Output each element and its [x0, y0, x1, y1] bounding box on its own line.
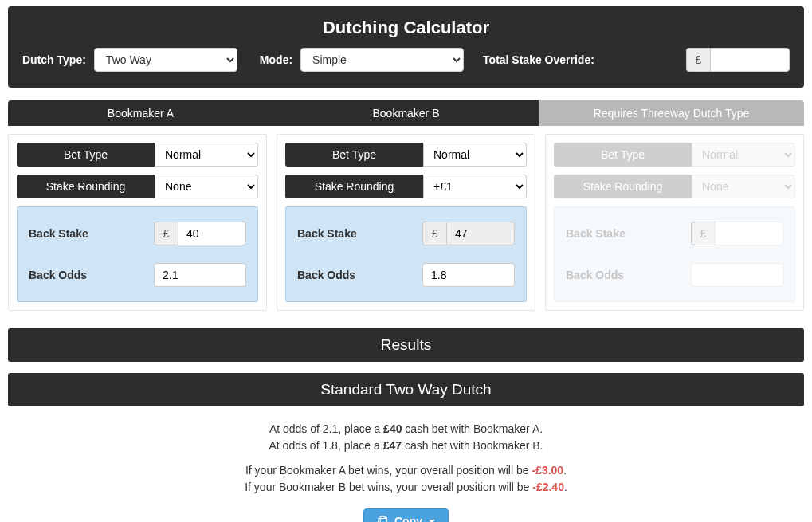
- summary-line: cash bet with Bookmaker B.: [402, 439, 543, 452]
- back-odds-label: Back Odds: [29, 269, 154, 281]
- currency-addon: £: [686, 48, 710, 72]
- back-stake-input-b[interactable]: [446, 222, 515, 245]
- currency-addon: £: [422, 222, 446, 245]
- bookmaker-c-column: Bet Type Normal Stake Rounding None Back…: [545, 134, 804, 311]
- summary-line: At odds of 2.1, place a: [269, 422, 383, 435]
- tab-bookmaker-a[interactable]: Bookmaker A: [8, 100, 273, 126]
- bookmaker-a-column: Bet Type Normal Stake Rounding None Back…: [8, 134, 267, 311]
- back-odds-label: Back Odds: [566, 269, 691, 281]
- results-summary: At odds of 2.1, place a £40 cash bet wit…: [8, 421, 804, 522]
- tab-bookmaker-b[interactable]: Bookmaker B: [273, 100, 539, 126]
- mode-select[interactable]: Simple: [300, 48, 464, 72]
- summary-line: If your Bookmaker B bet wins, your overa…: [245, 481, 532, 493]
- summary-amount: £40: [383, 422, 402, 435]
- back-odds-input-a[interactable]: [154, 263, 246, 287]
- summary-line: At odds of 1.8, place a: [269, 439, 383, 452]
- rounding-select-a[interactable]: None: [155, 175, 258, 198]
- summary-line: If your Bookmaker A bet wins, your overa…: [245, 464, 532, 477]
- currency-addon: £: [691, 222, 715, 245]
- stake-override-input[interactable]: [710, 48, 790, 72]
- chevron-down-icon: [429, 520, 435, 523]
- bet-type-label: Bet Type: [554, 143, 692, 167]
- bet-type-label: Bet Type: [17, 143, 155, 167]
- summary-negative-amount: -£2.40: [532, 481, 564, 493]
- back-box-b: Back Stake £ Back Odds: [285, 206, 527, 302]
- bet-type-select-a[interactable]: Normal: [155, 143, 258, 167]
- back-stake-input-c: [715, 222, 783, 245]
- results-section-header: Standard Two Way Dutch: [8, 373, 804, 406]
- dutch-type-select[interactable]: Two Way: [94, 48, 237, 72]
- rounding-select-c: None: [692, 175, 795, 198]
- back-odds-label: Back Odds: [297, 269, 422, 281]
- tab-bookmaker-c-disabled: Requires Threeway Dutch Type: [539, 100, 804, 126]
- back-box-c: Back Stake £ Back Odds: [554, 206, 795, 302]
- summary-line: .: [563, 464, 567, 477]
- back-stake-input-a[interactable]: [178, 222, 246, 245]
- copy-button[interactable]: Copy: [363, 508, 449, 522]
- rounding-label: Stake Rounding: [17, 175, 155, 198]
- header-panel: Dutching Calculator Dutch Type: Two Way …: [8, 6, 804, 88]
- results-header: Results: [8, 328, 804, 362]
- back-odds-input-c: [691, 263, 783, 287]
- back-stake-label: Back Stake: [566, 227, 691, 240]
- copy-label: Copy: [394, 515, 422, 522]
- bet-type-select-c: Normal: [692, 143, 795, 167]
- back-box-a: Back Stake £ Back Odds: [17, 206, 258, 302]
- stake-override-group: £: [686, 48, 790, 72]
- stake-override-label: Total Stake Override:: [483, 53, 594, 66]
- back-stake-label: Back Stake: [297, 227, 422, 240]
- mode-label: Mode:: [260, 53, 292, 66]
- rounding-label: Stake Rounding: [285, 175, 423, 198]
- clipboard-icon: [377, 516, 388, 522]
- rounding-label: Stake Rounding: [554, 175, 692, 198]
- back-odds-input-b[interactable]: [422, 263, 515, 287]
- dutch-type-label: Dutch Type:: [22, 53, 86, 66]
- summary-negative-amount: -£3.00: [532, 464, 563, 477]
- bet-type-label: Bet Type: [285, 143, 423, 167]
- bookmaker-b-column: Bet Type Normal Stake Rounding +£1 Back …: [277, 134, 535, 311]
- bet-type-select-b[interactable]: Normal: [423, 143, 527, 167]
- app-title: Dutching Calculator: [22, 18, 790, 38]
- summary-line: cash bet with Bookmaker A.: [402, 422, 543, 435]
- rounding-select-b[interactable]: +£1: [423, 175, 527, 198]
- bookmaker-tabs: Bookmaker A Bookmaker B Requires Threewa…: [8, 100, 804, 126]
- summary-line: .: [564, 481, 567, 493]
- summary-amount: £47: [383, 439, 402, 452]
- back-stake-label: Back Stake: [29, 227, 154, 240]
- currency-addon: £: [154, 222, 178, 245]
